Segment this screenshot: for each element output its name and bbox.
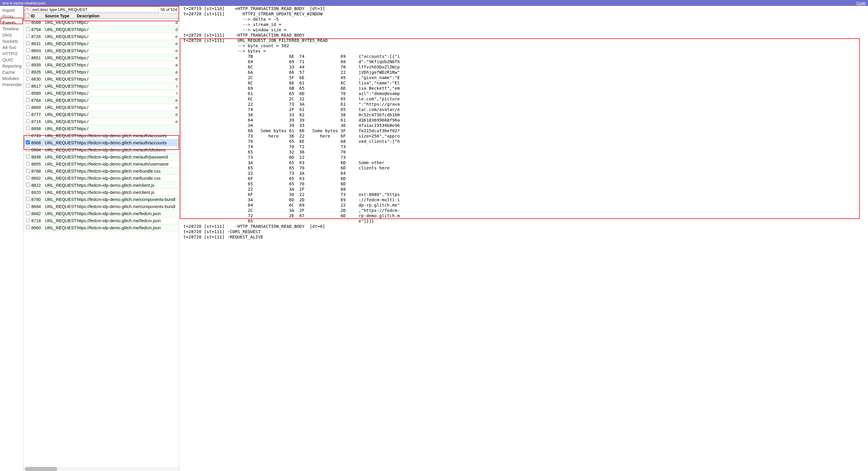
row-checkbox[interactable] [26, 20, 30, 24]
row-checkbox[interactable] [26, 34, 30, 38]
table-row[interactable]: 8589URL_REQUESThttps:/r [24, 90, 179, 97]
row-checkbox[interactable] [26, 169, 30, 172]
row-id: 8718 [31, 218, 45, 223]
row-checkbox[interactable] [26, 77, 30, 81]
table-row[interactable]: 8631URL_REQUESThttps:/e [24, 40, 179, 47]
table-row[interactable]: 8894URL_REQUESThttps://fedcm-idp-demo.gl… [24, 203, 179, 210]
table-row[interactable]: 8960URL_REQUESThttps://fedcm-idp-demo.gl… [24, 224, 179, 231]
row-checkbox[interactable] [26, 218, 30, 222]
table-row[interactable]: 8830URL_REQUESThttps:/e [24, 75, 179, 83]
row-checkbox[interactable] [26, 63, 30, 66]
nav-reporting[interactable]: Reporting [0, 63, 23, 69]
row-checkbox[interactable] [26, 197, 30, 201]
table-row[interactable]: 8938URL_REQUESThttps://fedcm-idp-demo.gl… [24, 153, 179, 161]
row-checkbox[interactable] [26, 84, 30, 88]
nav-events[interactable]: Events [0, 20, 23, 26]
row-checkbox[interactable] [26, 70, 30, 73]
header-checkbox[interactable] [25, 13, 29, 18]
row-checkbox[interactable] [26, 183, 30, 187]
row-checkbox[interactable] [26, 41, 30, 45]
main-area: ImportProxyEventsTimelineDNSSocketsAlt-S… [0, 6, 868, 471]
row-checkbox[interactable] [26, 155, 30, 158]
row-id: 8617 [31, 84, 45, 89]
table-row[interactable]: 8892URL_REQUESThttps://fedcm-idp-demo.gl… [24, 175, 179, 182]
nav-prerender[interactable]: Prerender [0, 82, 23, 88]
row-checkbox[interactable] [26, 112, 30, 116]
nav-sockets[interactable]: Sockets [0, 38, 23, 44]
table-row[interactable]: 8920URL_REQUESThttps://fedcm-idp-demo.gl… [24, 189, 179, 196]
row-source-type: URL_REQUEST [45, 197, 77, 202]
row-checkbox[interactable] [26, 133, 30, 137]
filter-help[interactable]: (?) [25, 7, 30, 12]
row-description: https:/ [77, 91, 175, 96]
table-row[interactable]: 8926URL_REQUESThttps:/a [24, 68, 179, 75]
row-checkbox[interactable] [26, 98, 30, 102]
nav-proxy[interactable]: Proxy [0, 13, 23, 20]
table-row[interactable]: 8568URL_REQUESThttps:/a [24, 19, 179, 26]
row-source-type: URL_REQUEST [45, 190, 77, 195]
nav-quic[interactable]: QUIC [0, 57, 23, 63]
row-description: https:/ [77, 98, 175, 103]
table-row[interactable]: 8716URL_REQUESThttps:/e [24, 118, 179, 125]
nav-cache[interactable]: Cache [0, 69, 23, 75]
row-checkbox[interactable] [26, 56, 30, 59]
row-id: 8568 [31, 20, 45, 25]
table-row[interactable]: 8855URL_REQUESThttps://fedcm-idp-demo.gl… [24, 161, 179, 168]
titlebar: test-4-cache-cleared.json Code [0, 0, 868, 6]
row-checkbox[interactable] [26, 190, 30, 194]
table-row[interactable]: 8743URL_REQUESThttps://fedcm-idp-demo.gl… [24, 132, 179, 139]
row-description: https:/ [77, 77, 175, 82]
row-source-type: URL_REQUEST [45, 155, 77, 159]
row-checkbox[interactable] [26, 176, 30, 180]
row-checkbox[interactable] [26, 27, 30, 31]
table-row[interactable]: 8617URL_REQUESThttps:/r [24, 83, 179, 90]
table-row[interactable]: 8869URL_REQUESThttps:/e [24, 104, 179, 111]
row-description: https://fedcm-idp-demo.glitch.me/auth/pa… [77, 155, 175, 159]
nav-import[interactable]: Import [0, 7, 23, 13]
row-checkbox[interactable] [26, 162, 30, 165]
table-row[interactable]: 8777URL_REQUESThttps:/e [24, 111, 179, 118]
table-row[interactable]: 8958URL_REQUESThttps:/ [24, 125, 179, 132]
row-letter: a [175, 63, 179, 67]
details-panel[interactable]: t=28719 [st=110] +HTTP_TRANSACTION_READ_… [179, 6, 868, 471]
table-row[interactable]: 8764URL_REQUESThttps:/e [24, 97, 179, 104]
row-checkbox[interactable] [26, 211, 30, 215]
table-rows[interactable]: 8568URL_REQUESThttps:/a8754URL_REQUESTht… [24, 19, 179, 467]
nav-modules[interactable]: Modules [0, 75, 23, 82]
table-row[interactable]: 8718URL_REQUESThttps://fedcm-idp-demo.gl… [24, 217, 179, 224]
row-checkbox[interactable] [26, 49, 30, 52]
table-row[interactable]: 8726URL_REQUESThttps:/e [24, 33, 179, 40]
row-checkbox[interactable] [26, 119, 30, 123]
row-description: https:/ [77, 49, 175, 53]
row-letter: a [175, 20, 179, 25]
row-description: https:/ [77, 41, 175, 46]
header-id[interactable]: ID [31, 13, 45, 18]
table-row[interactable]: 8682URL_REQUESThttps://fedcm-idp-demo.gl… [24, 210, 179, 217]
code-link[interactable]: Code [857, 1, 866, 5]
table-row[interactable]: 8968URL_REQUESThttps://fedcm-idp-demo.gl… [24, 139, 179, 146]
row-checkbox[interactable] [26, 105, 30, 109]
table-row[interactable]: 8893URL_REQUESThttps:/e [24, 47, 179, 54]
nav-altsvc[interactable]: Alt-Svc [0, 44, 23, 51]
row-description: https:/ [77, 126, 175, 131]
header-source-type[interactable]: Source Type [45, 13, 77, 18]
row-checkbox[interactable] [26, 126, 30, 130]
row-checkbox[interactable] [26, 225, 30, 229]
table-row[interactable]: 8788URL_REQUESThttps://fedcm-idp-demo.gl… [24, 168, 179, 175]
table-row[interactable]: 8790URL_REQUESThttps://fedcm-idp-demo.gl… [24, 196, 179, 203]
row-checkbox[interactable] [26, 140, 30, 144]
table-row[interactable]: 8984URL_REQUESThttps://fedcm-idp-demo.gl… [24, 146, 179, 153]
row-checkbox[interactable] [26, 204, 30, 208]
table-row[interactable]: 8939URL_REQUESThttps:/a [24, 61, 179, 68]
table-row[interactable]: 8822URL_REQUESThttps://fedcm-idp-demo.gl… [24, 182, 179, 189]
table-row[interactable]: 8754URL_REQUESThttps:/d [24, 26, 179, 33]
nav-dns[interactable]: DNS [0, 32, 23, 38]
row-checkbox[interactable] [26, 91, 30, 95]
row-checkbox[interactable] [26, 148, 30, 151]
nav-http2[interactable]: HTTP/2 [0, 51, 23, 57]
table-row[interactable]: 8851URL_REQUESThttps:/e [24, 54, 179, 61]
header-description[interactable]: Description [77, 13, 179, 18]
h-scrollbar[interactable] [24, 467, 179, 471]
nav-timeline[interactable]: Timeline [0, 26, 23, 32]
filter-input[interactable] [31, 6, 159, 12]
